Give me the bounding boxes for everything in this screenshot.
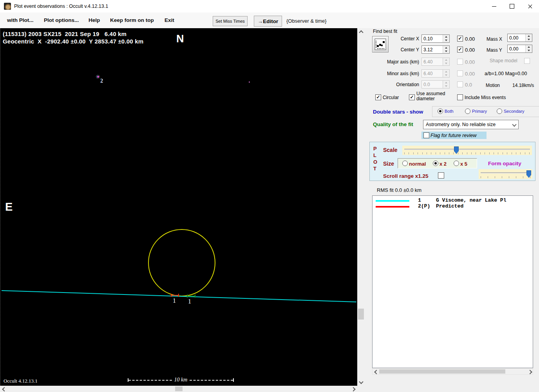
spin-down-icon[interactable]	[526, 38, 532, 42]
scale-bar-dash	[128, 380, 172, 381]
chevron-up-icon	[359, 30, 363, 34]
menu-keep-on-top[interactable]: Keep form on top	[110, 17, 154, 23]
star-dot-icon	[98, 76, 99, 78]
scale-bar-label: 10 km	[174, 377, 188, 383]
spin-down-icon	[443, 85, 449, 89]
center-y-lock-value: 0.00	[465, 47, 475, 53]
circular-checkbox[interactable]: ✓	[375, 94, 381, 100]
editor-button[interactable]: →Editor	[254, 16, 282, 27]
app-window: Plot event observations : Occult v.4.12.…	[0, 0, 539, 392]
menu-plot-options[interactable]: Plot options...	[44, 17, 79, 23]
include-miss-events-label: Include Miss events	[465, 95, 506, 100]
chord-observer-name: Predicted	[436, 203, 463, 209]
spin-up-icon[interactable]	[443, 46, 449, 50]
set-miss-times-button[interactable]: Set Miss Times	[213, 16, 248, 26]
use-assumed-diameter-checkbox[interactable]: ✓	[409, 94, 415, 100]
close-button[interactable]	[521, 0, 539, 13]
spin-down-icon[interactable]	[443, 50, 449, 54]
flag-review-checkbox[interactable]	[423, 132, 429, 138]
minimize-button[interactable]	[485, 0, 503, 13]
size-normal-label: normal	[409, 161, 426, 167]
double-stars-primary-radio[interactable]	[465, 108, 470, 114]
size-normal-radio[interactable]	[402, 161, 408, 166]
spin-down-icon[interactable]	[443, 39, 449, 43]
scroll-up-button[interactable]	[358, 29, 364, 36]
plot-vertical-scrollbar[interactable]	[357, 28, 365, 386]
radio-dot-icon	[434, 162, 437, 164]
event-marker-reappearance	[187, 296, 195, 296]
close-icon	[528, 4, 533, 9]
center-x-label: Center X	[376, 36, 419, 42]
scale-bar-right-tick	[233, 378, 234, 382]
slider-track[interactable]	[404, 149, 530, 150]
center-y-spinner[interactable]: 3.12	[421, 45, 450, 54]
legend-horizontal-scrollbar[interactable]	[372, 368, 533, 375]
scroll-right-button[interactable]	[350, 386, 356, 392]
slider-track[interactable]	[481, 172, 530, 173]
minimize-icon	[492, 6, 496, 7]
mass-x-spinner[interactable]: 0.00	[507, 34, 532, 42]
spin-down-icon	[443, 74, 449, 78]
double-stars-secondary-radio[interactable]	[497, 108, 502, 114]
center-y-value[interactable]: 3.12	[422, 46, 443, 53]
center-y-lock-checkbox[interactable]: ✓	[457, 47, 463, 52]
horizontal-scroll-thumb[interactable]	[175, 387, 183, 391]
spin-up-icon[interactable]	[443, 35, 449, 39]
size-x5-radio[interactable]	[454, 161, 459, 166]
mass-y-spinner[interactable]: 0.00	[507, 45, 532, 53]
chord-color-swatch	[376, 200, 409, 202]
chevron-left-icon	[374, 370, 378, 374]
center-x-spinner[interactable]: 0.10	[421, 34, 450, 43]
spin-up-icon[interactable]	[526, 34, 532, 38]
spin-up-icon[interactable]	[526, 45, 532, 49]
chevron-right-icon	[351, 387, 355, 391]
orientation-lock-value: 0.0	[465, 82, 472, 88]
form-opacity-slider[interactable]	[479, 169, 532, 179]
include-miss-events-checkbox[interactable]	[457, 94, 463, 100]
chord-color-swatch	[376, 206, 409, 208]
size-x5-label: x 5	[460, 161, 467, 167]
minor-axis-label: Minor axis (km)	[376, 71, 419, 76]
size-x2-radio[interactable]	[433, 161, 438, 166]
major-axis-lock-checkbox	[457, 59, 463, 65]
minor-axis-value: 6.40	[422, 70, 443, 77]
circular-label: Circular	[383, 95, 399, 100]
double-stars-both-label: Both	[445, 109, 454, 114]
quality-of-fit-dropdown[interactable]: Astrometry only. No reliable size	[423, 120, 519, 129]
scroll-down-button[interactable]	[358, 378, 364, 385]
scroll-left-button[interactable]	[1, 386, 7, 392]
center-x-value[interactable]: 0.10	[422, 35, 443, 42]
scroll-left-button[interactable]	[373, 369, 380, 375]
maximize-button[interactable]	[503, 0, 521, 13]
scroll-right-button[interactable]	[526, 369, 533, 375]
orientation-value: 0.0	[422, 81, 443, 88]
chevron-down-icon	[359, 379, 363, 384]
vertical-scroll-thumb[interactable]	[358, 309, 364, 320]
menu-with-plot[interactable]: with Plot...	[7, 17, 34, 23]
menu-exit[interactable]: Exit	[165, 17, 174, 23]
menu-help[interactable]: Help	[89, 17, 100, 23]
scroll-range-checkbox[interactable]	[438, 172, 444, 179]
chord-number-label: 1	[173, 297, 176, 304]
mass-x-value[interactable]: 0.00	[508, 34, 525, 42]
orientation-label: Orientation	[376, 82, 419, 87]
plot-canvas[interactable]: (115313) 2003 SX215 2021 Sep 19 6.40 km …	[0, 28, 357, 386]
chord-legend-list[interactable]: 1 G Viscome, near Lake Pl 2(P) Predicted	[372, 195, 533, 368]
spin-down-icon[interactable]	[526, 49, 532, 53]
plot-horizontal-scrollbar[interactable]	[0, 386, 357, 392]
minor-axis-spinner: 6.40	[421, 69, 450, 78]
double-stars-both-radio[interactable]	[438, 108, 443, 114]
plot-header-line1: (115313) 2003 SX215 2021 Sep 19 6.40 km	[3, 31, 127, 37]
north-label: N	[176, 33, 184, 45]
menu-bar: with Plot... Plot options... Help Keep f…	[0, 13, 539, 29]
scale-bar: 10 km	[128, 377, 234, 383]
mass-y-value[interactable]: 0.00	[508, 45, 525, 52]
chord-number: 2(P)	[418, 203, 430, 209]
size-x2-label: x 2	[440, 161, 447, 167]
plot-header-line2: Geocentric X -2902.40 ±0.00 Y 2853.47 ±0…	[3, 38, 143, 45]
scale-slider[interactable]	[402, 146, 532, 155]
east-label: E	[5, 201, 13, 213]
find-best-fit-title: Find best fit	[373, 29, 397, 34]
legend-scroll-thumb[interactable]	[379, 369, 505, 374]
center-x-lock-checkbox[interactable]: ✓	[457, 36, 463, 42]
